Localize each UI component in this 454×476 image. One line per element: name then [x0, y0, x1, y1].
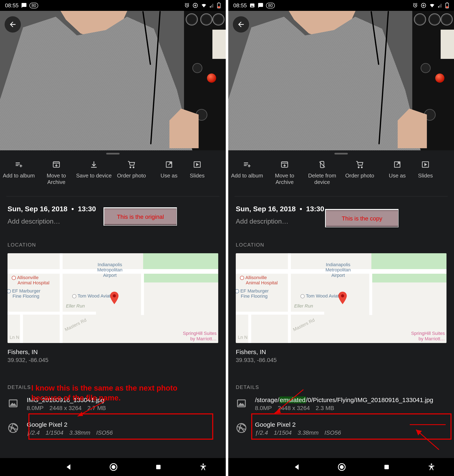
action-order-photo[interactable]: Order photo — [341, 160, 378, 185]
svg-point-25 — [358, 167, 359, 168]
playlist-add-icon — [15, 160, 23, 169]
action-slideshow[interactable]: Slides — [188, 160, 207, 185]
action-label: Order photo — [345, 172, 374, 179]
action-label: Delete from device — [303, 172, 341, 185]
action-move-to-archive[interactable]: Move to Archive — [38, 160, 75, 185]
action-delete-from-device[interactable]: Delete from device — [303, 160, 341, 185]
annotation-arrow — [412, 427, 443, 452]
svg-rect-16 — [156, 465, 161, 469]
message-icon — [258, 2, 264, 8]
signal-icon — [438, 3, 443, 8]
svg-point-6 — [133, 167, 134, 168]
action-row: Add to album Move to Archive Save to dev… — [0, 154, 226, 189]
back-button[interactable] — [5, 16, 21, 33]
archive-icon — [280, 160, 289, 169]
annotation-badge-original: This is the original — [104, 207, 177, 226]
svg-marker-34 — [416, 430, 422, 436]
alarm-icon — [184, 2, 190, 8]
svg-point-15 — [112, 465, 115, 469]
action-move-to-archive[interactable]: Move to Archive — [266, 160, 303, 185]
nav-accessibility-button[interactable] — [197, 461, 209, 473]
annotation-badge-copy: This is the copy — [325, 209, 399, 227]
map-pin-icon — [110, 292, 119, 304]
annotation-underline — [410, 424, 446, 425]
location-city: Fishers, IN — [8, 348, 218, 355]
location-map[interactable]: IndianapolisMetropolitanAirport Allisonv… — [236, 253, 446, 343]
action-add-to-album[interactable]: Add to album — [0, 160, 38, 185]
image-icon — [249, 2, 255, 8]
svg-rect-2 — [218, 2, 219, 3]
nav-recents-button[interactable] — [153, 461, 164, 473]
back-button[interactable] — [233, 16, 249, 33]
details-header: DETAILS — [236, 384, 446, 390]
nav-back-button[interactable] — [63, 461, 74, 473]
phone-right: 08:55 80 — [228, 0, 454, 476]
message-icon — [21, 2, 27, 8]
image-file-icon — [236, 398, 247, 409]
svg-point-9 — [113, 294, 116, 298]
svg-point-17 — [203, 463, 204, 465]
action-label: Move to Archive — [266, 172, 303, 185]
cart-icon — [356, 160, 364, 169]
wifi-icon — [201, 2, 207, 8]
battery-pct-icon: 80 — [266, 3, 275, 8]
svg-rect-22 — [446, 6, 448, 8]
battery-pct-icon: 80 — [30, 3, 38, 8]
location-coords: 39.932, -86.045 — [8, 357, 218, 363]
android-navbar — [228, 458, 454, 476]
nav-back-button[interactable] — [291, 461, 303, 473]
status-time: 08:55 — [5, 2, 19, 9]
file-meta: 8.0MP2448 x 32642.7 MB — [27, 405, 218, 412]
action-label: Add to album — [3, 172, 35, 179]
svg-point-37 — [340, 465, 344, 469]
photo-preview[interactable] — [0, 11, 226, 150]
action-order-photo[interactable]: Order photo — [113, 160, 150, 185]
action-row: Add to album Move to Archive Delete from… — [228, 154, 454, 189]
svg-rect-3 — [218, 6, 220, 8]
action-label: Move to Archive — [38, 172, 75, 185]
nav-home-button[interactable] — [108, 461, 119, 473]
download-icon — [90, 160, 98, 169]
data-saver-icon — [192, 2, 198, 8]
wifi-icon — [429, 2, 435, 8]
action-save-to-device[interactable]: Save to device — [75, 160, 113, 185]
svg-rect-21 — [446, 2, 448, 3]
delete-from-device-icon — [318, 160, 326, 169]
location-header: LOCATION — [8, 242, 218, 248]
action-label: Slides — [418, 172, 433, 179]
archive-icon — [52, 160, 61, 169]
open-external-icon — [393, 160, 401, 169]
battery-icon — [217, 2, 221, 8]
action-slideshow[interactable]: Slides — [416, 160, 435, 185]
svg-rect-38 — [385, 465, 389, 469]
action-label: Save to device — [76, 172, 112, 179]
nav-accessibility-button[interactable] — [426, 461, 437, 473]
data-saver-icon — [421, 2, 426, 8]
location-coords: 39.933, -86.045 — [236, 357, 446, 363]
location-header: LOCATION — [236, 242, 446, 248]
svg-rect-18 — [250, 4, 255, 8]
svg-point-5 — [130, 167, 131, 168]
nav-recents-button[interactable] — [381, 461, 392, 473]
location-map[interactable]: IndianapolisMetropolitanAirport Allisonv… — [8, 253, 218, 343]
svg-point-26 — [361, 167, 362, 168]
action-use-as[interactable]: Use as — [150, 160, 188, 185]
nav-home-button[interactable] — [336, 461, 347, 473]
action-use-as[interactable]: Use as — [378, 160, 416, 185]
action-label: Order photo — [117, 172, 146, 179]
battery-icon — [445, 2, 449, 8]
phone-left: 08:55 80 — [0, 0, 226, 476]
drag-handle[interactable] — [334, 153, 348, 154]
annotation-arrow — [270, 388, 308, 417]
cart-icon — [127, 160, 136, 169]
alarm-icon — [412, 2, 418, 8]
action-label: Use as — [389, 172, 406, 179]
action-label: Use as — [161, 172, 178, 179]
action-label: Add to album — [231, 172, 263, 179]
file-detail-row: /storage/emulated/0/Pictures/Flying/IMG_… — [228, 396, 454, 412]
drag-handle[interactable] — [106, 153, 120, 154]
photo-preview[interactable] — [228, 11, 454, 150]
action-label: Slides — [190, 172, 205, 179]
map-pin-icon — [338, 292, 347, 304]
action-add-to-album[interactable]: Add to album — [228, 160, 266, 185]
